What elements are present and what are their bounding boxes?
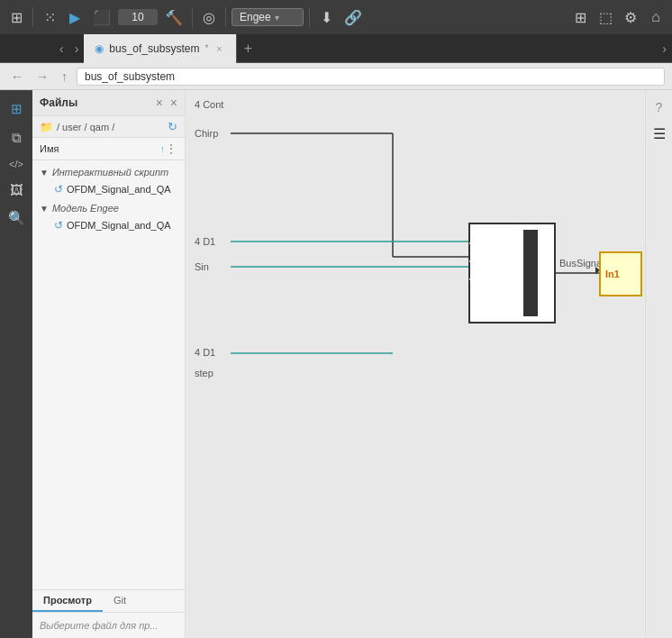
home-icon[interactable]: ⌂ (645, 5, 667, 29)
settings-icon[interactable]: ⚙ (620, 5, 641, 30)
tab-bar: ‹ › ◉ bus_of_subsystem * × + › (0, 34, 672, 63)
tree-item-ofdm-2[interactable]: ↺ OFDM_Signal_and_QA (32, 216, 185, 234)
file-panel-header: Файлы × × (32, 90, 185, 116)
sidebar-icon-image[interactable]: 🖼 (0, 177, 32, 203)
label-in1: In1 (605, 269, 620, 279)
sidebar-icons: ⊞ ⧉ </> 🖼 🔍 (0, 90, 32, 638)
label-cont1: 4 Cont (195, 99, 223, 110)
fold-icon[interactable]: ⬇ (315, 5, 337, 30)
tree-section-engee: ▼ Модель Engee ↺ OFDM_Signal_and_QA (32, 200, 185, 234)
preview-content: Выберите файл для пр... (32, 613, 185, 638)
engine-dropdown[interactable]: Engee ▾ (232, 8, 304, 26)
preview-tabs: Просмотр Git (32, 590, 185, 613)
run-icon[interactable]: ▶ (64, 5, 86, 30)
build-icon[interactable]: 🔨 (161, 5, 186, 30)
tree-section-engee-header[interactable]: ▼ Модель Engee (32, 200, 185, 216)
tree-item-icon-1: ↺ (54, 183, 63, 196)
dots-grid-icon[interactable]: ⁙ (39, 5, 60, 30)
col-name-label: Имя (40, 143, 160, 154)
sidebar-icon-grid[interactable]: ⊞ (0, 96, 32, 123)
file-path-text: / user / qam / (57, 122, 164, 132)
stop-icon[interactable]: ⬛ (89, 5, 114, 30)
diagram-svg: 4 Cont Chirp 4 D1 Sin (186, 90, 645, 638)
preview-placeholder: Выберите файл для пр... (40, 620, 159, 631)
col-menu-btn[interactable]: ⋮ (165, 141, 177, 156)
separator-1 (32, 7, 33, 27)
tab-label-bus: bus_of_subsystem (109, 42, 199, 55)
preview-tab-preview[interactable]: Просмотр (32, 590, 103, 612)
link-icon[interactable]: 🔗 (341, 5, 366, 30)
label-chirp: Chirp (195, 128, 218, 139)
right-filter-icon[interactable]: ☰ (646, 121, 672, 147)
grid-view-icon[interactable]: ⊞ (569, 5, 591, 30)
tab-modified-indicator: * (204, 43, 208, 53)
label-d1-bottom: 4 D1 (195, 347, 215, 358)
tree-section-interactive-label: Интерактивный скрипт (52, 167, 168, 178)
file-panel: Файлы × × 📁 / user / qam / ↻ Имя ↑ ⋮ ▼ И… (32, 90, 186, 638)
sidebar-icon-search[interactable]: 🔍 (0, 205, 32, 232)
address-bar: ← → ↑ (0, 63, 672, 90)
separator-3 (225, 7, 226, 27)
tree-arrow-engee: ▼ (40, 204, 49, 214)
model-icon[interactable]: ◎ (198, 5, 220, 30)
file-panel-title: Файлы (40, 96, 152, 109)
address-input[interactable] (77, 68, 665, 86)
bus-creator-bar (523, 230, 538, 316)
right-help-icon[interactable]: ? (646, 96, 672, 119)
sidebar-icon-code[interactable]: </> (0, 153, 32, 175)
tree-section-engee-label: Модель Engee (52, 203, 119, 214)
file-panel-close-btn[interactable]: × (156, 96, 163, 110)
file-path-bar: 📁 / user / qam / ↻ (32, 116, 185, 138)
folder-icon: 📁 (40, 121, 53, 133)
export-icon[interactable]: ⬚ (595, 5, 616, 30)
file-panel-close2-btn[interactable]: × (170, 96, 177, 110)
separator-2 (192, 7, 193, 27)
top-toolbar: ⊞ ⁙ ▶ ⬛ 🔨 ◎ Engee ▾ ⬇ 🔗 ⊞ ⬚ ⚙ ⌂ (0, 0, 672, 34)
preview-panel: Просмотр Git Выберите файл для пр... (32, 589, 185, 638)
canvas-area[interactable]: 4 Cont Chirp 4 D1 Sin (186, 90, 645, 638)
sidebar-icon-layers[interactable]: ⧉ (0, 124, 32, 151)
dropdown-arrow-icon: ▾ (275, 13, 279, 23)
main-layout: ⊞ ⧉ </> 🖼 🔍 Файлы × × 📁 / user / qam / ↻… (0, 90, 672, 638)
tab-scroll-right[interactable]: › (657, 38, 672, 59)
bus-creator-block (469, 223, 555, 323)
addr-back-btn[interactable]: ← (7, 68, 27, 86)
addr-up-btn[interactable]: ↑ (58, 68, 71, 86)
file-tree: ▼ Интерактивный скрипт ↺ OFDM_Signal_and… (32, 160, 185, 589)
tab-back-btn[interactable]: ‹ (54, 38, 69, 59)
right-icons: ? ☰ (645, 90, 672, 638)
tree-item-ofdm-1[interactable]: ↺ OFDM_Signal_and_QA (32, 180, 185, 198)
tab-icon-bus: ◉ (95, 42, 104, 55)
addr-forward-btn[interactable]: → (32, 68, 52, 86)
path-refresh-btn[interactable]: ↻ (168, 120, 177, 133)
label-d1-top: 4 D1 (195, 236, 215, 247)
tree-item-icon-2: ↺ (54, 219, 63, 232)
apps-icon[interactable]: ⊞ (5, 5, 27, 30)
separator-4 (309, 7, 310, 27)
tree-item-label-1: OFDM_Signal_and_QA (67, 184, 171, 195)
tree-section-interactive: ▼ Интерактивный скрипт ↺ OFDM_Signal_and… (32, 164, 185, 198)
label-step: step (195, 368, 213, 378)
preview-tab-git[interactable]: Git (103, 590, 137, 612)
tree-arrow-interactive: ▼ (40, 168, 49, 178)
tab-add-btn[interactable]: + (237, 37, 259, 60)
tab-close-btn[interactable]: × (213, 42, 224, 55)
tree-item-label-2: OFDM_Signal_and_QA (67, 220, 171, 231)
label-sin: Sin (195, 261, 209, 272)
step-count-input[interactable] (118, 9, 158, 25)
tab-forward-btn[interactable]: › (69, 38, 85, 59)
tab-bus-of-subsystem[interactable]: ◉ bus_of_subsystem * × (84, 34, 236, 63)
engine-label: Engee (240, 11, 271, 23)
tree-section-interactive-header[interactable]: ▼ Интерактивный скрипт (32, 164, 185, 180)
file-column-header: Имя ↑ ⋮ (32, 138, 185, 160)
